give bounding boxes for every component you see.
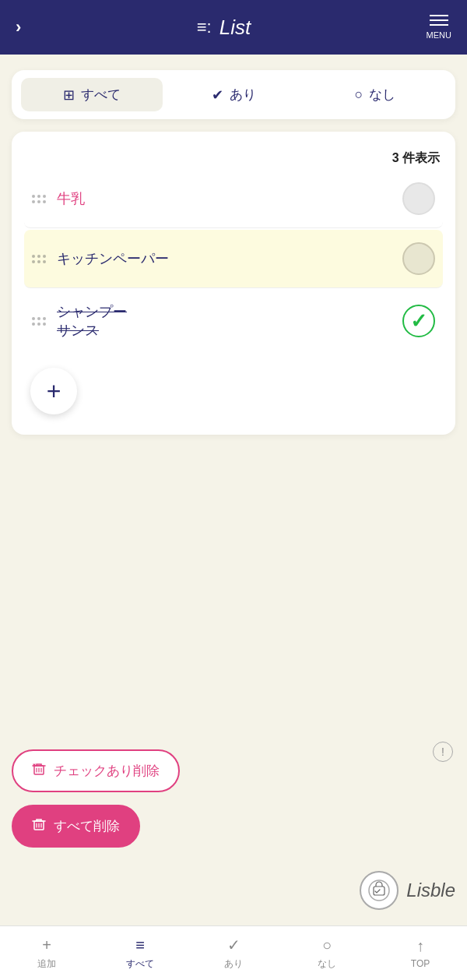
add-button-wrap: +	[24, 352, 443, 422]
delete-checked-icon	[32, 762, 46, 780]
list-section: 牛乳 キッチンペーパー	[24, 170, 443, 352]
delete-checked-label: チェックあり削除	[54, 762, 160, 780]
toggle-button[interactable]	[402, 242, 435, 275]
menu-line-3	[430, 24, 448, 26]
plus-icon: +	[42, 936, 51, 954]
nav-label-add: 追加	[37, 957, 56, 971]
checkmark-icon: ✓	[410, 309, 427, 333]
logo-text: Lisble	[406, 880, 455, 901]
item-text: キッチンペーパー	[57, 249, 392, 268]
drag-handle[interactable]	[32, 255, 46, 263]
nav-item-none[interactable]: ○ なし	[280, 926, 374, 980]
tab-all-label: すべて	[81, 86, 121, 104]
info-icon[interactable]: !	[433, 742, 453, 762]
circle-nav-icon: ○	[322, 936, 332, 954]
nav-item-top[interactable]: ↑ TOP	[374, 926, 467, 980]
nav-item-add[interactable]: + 追加	[0, 926, 93, 980]
list-nav-icon: ≡	[135, 936, 145, 954]
bottom-nav: + 追加 ≡ すべて ✓ あり ○ なし ↑ TOP	[0, 925, 467, 980]
tab-checked[interactable]: ✔ あり	[163, 78, 304, 111]
menu-line-1	[430, 15, 448, 16]
drag-handle[interactable]	[32, 317, 46, 326]
check-nav-icon: ✓	[227, 936, 241, 954]
all-icon: ⊞	[63, 86, 75, 104]
list-icon: ≡:	[197, 17, 212, 37]
add-item-button[interactable]: +	[30, 368, 77, 414]
back-chevron[interactable]: ›	[16, 17, 21, 37]
tab-none-label: なし	[369, 86, 395, 104]
nav-label-checked: あり	[224, 957, 243, 971]
delete-all-button[interactable]: すべて削除	[12, 805, 140, 848]
nav-item-checked[interactable]: ✓ あり	[187, 926, 280, 980]
list-card: 3 件表示 牛乳	[12, 132, 455, 435]
delete-checked-button[interactable]: チェックあり削除	[12, 749, 180, 792]
tab-all[interactable]: ⊞ すべて	[21, 78, 163, 111]
count-bar: 3 件表示	[24, 144, 443, 170]
header-title: ≡: List	[197, 16, 251, 40]
list-item: シャンプーサンス ✓	[24, 290, 443, 352]
app-header: › ≡: List MENU	[0, 0, 467, 55]
top-icon: ↑	[416, 937, 424, 955]
list-item: 牛乳	[24, 170, 443, 228]
list-item: キッチンペーパー	[24, 230, 443, 288]
logo-area: Lisble	[0, 863, 467, 925]
tab-checked-label: あり	[230, 86, 256, 104]
delete-all-label: すべて削除	[54, 817, 120, 835]
count-value: 3 件表示	[392, 151, 440, 164]
toggle-button[interactable]: ✓	[402, 305, 435, 337]
filter-tabs: ⊞ すべて ✔ あり ○ なし	[12, 70, 455, 119]
nav-label-top: TOP	[411, 958, 430, 969]
toggle-button[interactable]	[402, 182, 435, 215]
bottom-section: ! チェックあり削除 すべて削除	[0, 749, 467, 863]
delete-all-icon	[32, 817, 46, 835]
tab-none[interactable]: ○ なし	[304, 78, 446, 111]
menu-button[interactable]: MENU	[427, 15, 451, 40]
item-text: 牛乳	[57, 189, 392, 208]
menu-line-2	[430, 19, 448, 21]
menu-label: MENU	[427, 30, 451, 40]
nav-label-none: なし	[318, 957, 336, 971]
main-content: ⊞ すべて ✔ あり ○ なし 3 件表示	[0, 55, 467, 749]
circle-icon: ○	[355, 86, 363, 103]
drag-handle[interactable]	[32, 195, 46, 203]
logo-icon	[360, 871, 399, 910]
item-text: シャンプーサンス	[57, 302, 392, 340]
check-icon: ✔	[212, 86, 223, 104]
nav-item-all[interactable]: ≡ すべて	[93, 926, 187, 980]
nav-label-all: すべて	[126, 957, 154, 971]
